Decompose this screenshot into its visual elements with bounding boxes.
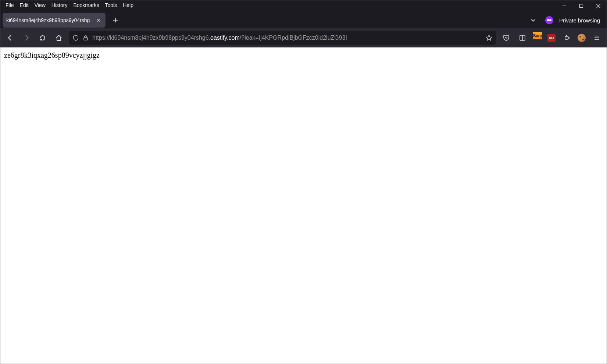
menu-history[interactable]: History [49, 1, 71, 9]
svg-marker-12 [486, 35, 492, 40]
reader-view-button[interactable] [516, 32, 529, 44]
private-browsing-label: Private browsing [559, 17, 600, 24]
menu-file[interactable]: File [3, 1, 17, 9]
minimize-button[interactable] [556, 0, 573, 11]
menu-view[interactable]: View [32, 1, 49, 9]
menu-bar: File Edit View History Bookmarks Tools H… [0, 0, 607, 10]
menu-tools[interactable]: Tools [102, 1, 120, 9]
url-bar[interactable]: https://ki694nsm8ej4h9zx9b98pps9y04rshg6… [69, 31, 496, 45]
tab-title: ki694nsm8ej4h9zx9b98pps9y04rshg [6, 17, 92, 23]
cookie-extension-icon[interactable] [576, 33, 587, 43]
bookmark-star-icon[interactable] [485, 34, 493, 42]
tab-strip: ki694nsm8ej4h9zx9b98pps9y04rshg Private … [0, 10, 607, 28]
tab-close-button[interactable] [95, 17, 102, 24]
window-controls [556, 0, 607, 11]
burp-extension-icon[interactable]: Burp [532, 33, 543, 43]
lock-icon[interactable] [83, 35, 89, 41]
new-tab-button[interactable] [109, 14, 122, 26]
home-button[interactable] [53, 32, 65, 44]
shield-icon[interactable] [72, 35, 79, 41]
menu-edit[interactable]: Edit [17, 1, 32, 9]
ublock-extension-icon[interactable]: uO [546, 33, 557, 43]
maximize-button[interactable] [573, 0, 590, 11]
url-text: https://ki694nsm8ej4h9zx9b98pps9y04rshg6… [92, 35, 482, 41]
svg-rect-10 [549, 20, 550, 21]
forward-button[interactable] [20, 32, 33, 44]
back-button[interactable] [4, 32, 17, 44]
navigation-toolbar: https://ki694nsm8ej4h9zx9b98pps9y04rshg6… [0, 28, 607, 47]
page-content: ze6gr8k3iqxag26sp89vcyzjjgigz [0, 47, 607, 364]
page-body-text: ze6gr8k3iqxag26sp89vcyzjjgigz [4, 51, 100, 59]
extensions-button[interactable] [560, 32, 573, 44]
menu-bookmarks[interactable]: Bookmarks [70, 1, 102, 9]
pocket-button[interactable] [500, 32, 513, 44]
reload-button[interactable] [36, 32, 49, 44]
browser-tab[interactable]: ki694nsm8ej4h9zx9b98pps9y04rshg [3, 13, 106, 28]
private-browsing-icon [545, 16, 553, 24]
close-window-button[interactable] [590, 0, 607, 11]
svg-rect-1 [580, 4, 583, 8]
menu-help[interactable]: Help [120, 1, 136, 9]
app-menu-button[interactable] [590, 32, 603, 44]
svg-rect-11 [84, 38, 88, 40]
list-all-tabs-button[interactable] [527, 14, 539, 26]
